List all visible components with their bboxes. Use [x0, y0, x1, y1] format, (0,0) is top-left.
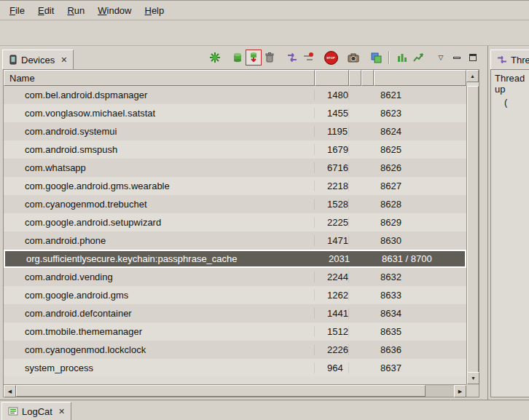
close-icon[interactable]: ✕ [60, 55, 67, 65]
update-stats-button[interactable] [394, 49, 410, 66]
close-icon[interactable]: ✕ [58, 407, 65, 416]
threads-panel: Threads ✕ Thread up ( [487, 46, 529, 400]
process-port: 8631 / 8700 [375, 253, 465, 264]
method-profiling-icon [302, 52, 314, 63]
table-row[interactable]: org.sufficientlysecure.keychain:passphra… [4, 250, 466, 268]
process-name: com.vonglasow.michael.satstat [4, 108, 315, 119]
device-table-body: com.bel.android.dspmanager14808621com.vo… [4, 86, 466, 384]
vertical-scrollbar[interactable]: ▼ [466, 86, 479, 384]
table-row[interactable]: com.tmobile.thememanager15128635 [4, 322, 466, 341]
scroll-up-button[interactable]: ▲ [466, 70, 479, 82]
column-header-pid[interactable] [315, 70, 349, 86]
table-row[interactable]: com.android.phone14718630 [4, 231, 466, 250]
process-name: com.android.smspush [4, 144, 315, 155]
process-name: com.android.systemui [4, 126, 315, 137]
process-name: com.bel.android.dspmanager [4, 90, 315, 100]
table-row[interactable]: com.cyanogenmod.lockclock222658636 [4, 341, 466, 359]
process-pid: 1679 [315, 144, 349, 155]
horizontal-scrollbar-thumb[interactable] [16, 385, 426, 397]
update-threads-button[interactable] [284, 49, 300, 66]
column-header-name[interactable]: Name [4, 70, 315, 86]
table-row[interactable]: com.android.vending224408632 [4, 268, 466, 286]
graph-view-button[interactable] [410, 49, 426, 66]
table-row[interactable]: com.android.defcontainer144118634 [4, 304, 466, 322]
table-row[interactable]: com.bel.android.dspmanager14808621 [4, 86, 466, 104]
scroll-right-button[interactable]: ▶ [454, 385, 466, 397]
process-name: com.android.vending [4, 272, 315, 282]
table-row[interactable]: com.google.android.gms126238633 [4, 286, 466, 304]
table-row[interactable]: system_process9648637 [4, 359, 466, 377]
process-port: 8626 [374, 162, 466, 173]
process-pid: 6716 [315, 162, 349, 173]
device-icon [9, 55, 17, 65]
table-row[interactable]: com.vonglasow.michael.satstat145538623 [4, 104, 466, 122]
tab-logcat-label: LogCat [22, 406, 52, 417]
table-row[interactable]: com.android.systemui11958624 [4, 122, 466, 140]
toolbar-separator [388, 51, 390, 64]
process-pid: 20311 [316, 253, 350, 264]
graph-line-icon [412, 52, 424, 63]
tab-threads[interactable]: Threads ✕ [490, 49, 529, 69]
process-port: 8624 [374, 126, 466, 137]
process-name: com.google.android.gms.wearable [4, 181, 315, 191]
stop-button[interactable]: STOP [323, 49, 339, 66]
process-port: 8636 [374, 344, 466, 355]
maximize-button[interactable] [465, 49, 481, 66]
process-port: 8632 [374, 272, 466, 282]
debug-process-button[interactable] [207, 49, 223, 66]
menu-item-file[interactable]: File [3, 2, 31, 19]
dump-hprof-icon [248, 52, 259, 63]
cause-gc-button[interactable] [262, 49, 278, 66]
table-row[interactable]: com.cyanogenmod.trebuchet15288628 [4, 195, 466, 213]
bar-columns-icon [396, 52, 408, 63]
minimize-button[interactable] [449, 49, 465, 66]
vertical-scrollbar-thumb[interactable] [467, 86, 479, 374]
ddms-window: { "menu": { "items": [ {"label": "File"}… [0, 0, 529, 420]
threads-message-line1: Thread up [495, 73, 529, 95]
column-header-blank1[interactable] [349, 70, 361, 86]
threads-content: Thread up ( [490, 69, 529, 397]
menu-item-run[interactable]: Run [60, 2, 91, 19]
table-row[interactable]: com.android.smspush16798625 [4, 140, 466, 159]
table-row[interactable]: com.google.android.gms.wearable221858627 [4, 177, 466, 195]
layers-icon [370, 52, 382, 63]
threads-tabbar: Threads ✕ [488, 46, 529, 69]
process-pid: 1195 [315, 126, 349, 137]
process-name: com.cyanogenmod.lockclock [4, 344, 315, 355]
menu-item-window[interactable]: Window [91, 2, 138, 19]
tab-devices-label: Devices [21, 55, 55, 66]
table-row[interactable]: com.google.android.setupwizard222508629 [4, 213, 466, 231]
devices-panel: Devices ✕ [0, 46, 484, 400]
process-pid: 12623 [315, 290, 349, 301]
process-port: 8627 [374, 181, 466, 191]
horizontal-scrollbar[interactable]: ◀ ▶ [4, 384, 466, 397]
capture-trace-button[interactable] [368, 49, 384, 66]
method-profiling-button[interactable] [300, 49, 316, 66]
dump-hprof-button[interactable] [246, 49, 262, 66]
column-header-blank2[interactable] [361, 70, 374, 86]
process-name: com.cyanogenmod.trebuchet [4, 199, 315, 210]
process-pid: 14411 [315, 308, 349, 319]
process-port: 8633 [374, 290, 466, 301]
menu-item-help[interactable]: Help [138, 2, 171, 19]
process-port: 8635 [374, 326, 466, 337]
process-port: 8623 [374, 108, 466, 119]
table-row[interactable]: com.whatsapp67168626 [4, 159, 466, 177]
update-heap-button[interactable] [230, 49, 246, 66]
screen-capture-button[interactable] [345, 49, 361, 66]
tab-logcat[interactable]: LogCat ✕ [1, 402, 71, 420]
tab-devices[interactable]: Devices ✕ [2, 49, 74, 69]
view-menu-button[interactable]: ▽ [433, 49, 449, 66]
scroll-down-button[interactable]: ▼ [467, 372, 479, 384]
scroll-left-button[interactable]: ◀ [4, 385, 16, 397]
process-pid: 964 [315, 362, 349, 373]
column-header-port[interactable] [374, 70, 466, 86]
maximize-icon [469, 54, 477, 61]
process-port: 8621 [374, 90, 466, 100]
process-pid: 14553 [315, 108, 349, 119]
process-name: com.android.defcontainer [4, 308, 315, 319]
device-table: Name ▲ com.bel.android.dspmanager1480862… [3, 69, 479, 397]
threads-message-line2: ( [504, 97, 529, 108]
scrollbar-corner [466, 384, 479, 397]
menu-item-edit[interactable]: Edit [31, 2, 60, 19]
